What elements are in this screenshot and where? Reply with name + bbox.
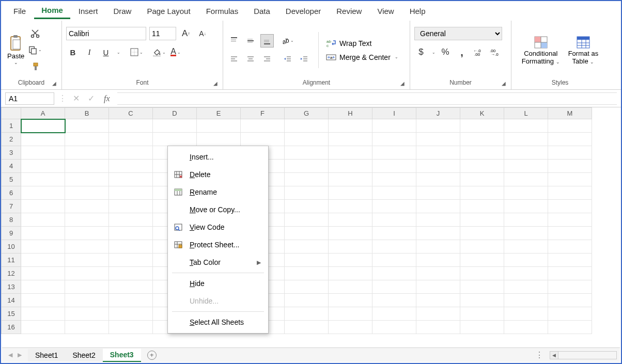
cell[interactable] [548, 240, 592, 254]
cell[interactable] [504, 307, 548, 321]
cell[interactable] [504, 294, 548, 307]
cell[interactable] [416, 227, 460, 240]
orientation-button[interactable]: ab ⌄ [281, 34, 294, 48]
cell[interactable] [460, 227, 504, 240]
alignment-launcher-icon[interactable]: ◢ [400, 81, 405, 86]
row-header[interactable]: 15 [2, 307, 21, 321]
cell[interactable] [372, 240, 416, 254]
cell[interactable] [65, 280, 109, 294]
menu-data[interactable]: Data [246, 4, 277, 19]
cell[interactable] [21, 213, 65, 227]
cell[interactable] [21, 254, 65, 267]
cell[interactable] [329, 307, 372, 321]
decrease-decimal-button[interactable]: .00→.0 [488, 45, 502, 59]
align-left-button[interactable] [227, 53, 241, 66]
cell[interactable] [460, 267, 504, 280]
row-header[interactable]: 4 [2, 160, 21, 173]
decrease-indent-button[interactable] [281, 53, 294, 66]
cell[interactable] [285, 307, 329, 321]
cell[interactable] [21, 321, 65, 334]
cell[interactable] [285, 280, 329, 294]
tab-options-button[interactable]: ⋮ [535, 350, 545, 360]
cell[interactable] [65, 133, 109, 146]
cell[interactable] [416, 119, 460, 133]
row-header[interactable]: 8 [2, 213, 21, 227]
cell[interactable] [285, 240, 329, 254]
cell[interactable] [109, 321, 153, 334]
bold-button[interactable]: B [66, 45, 80, 59]
cell[interactable] [65, 321, 109, 334]
cell[interactable] [460, 280, 504, 294]
scroll-left-button[interactable]: ◀ [550, 352, 558, 359]
cell[interactable] [416, 280, 460, 294]
cell[interactable] [460, 119, 504, 133]
cell[interactable] [372, 160, 416, 173]
cell[interactable] [416, 173, 460, 186]
cell[interactable] [65, 146, 109, 160]
cell[interactable] [460, 200, 504, 213]
copy-button[interactable]: ⌄ [28, 43, 42, 57]
cell[interactable] [285, 133, 329, 146]
cell[interactable] [241, 119, 285, 133]
cell[interactable] [372, 254, 416, 267]
caret-icon[interactable]: ⌄ [432, 50, 436, 55]
cell[interactable] [21, 280, 65, 294]
cell[interactable] [416, 186, 460, 200]
ctx-insert[interactable]: Insert... [168, 148, 268, 166]
cell[interactable] [329, 280, 372, 294]
ctx-view-code[interactable]: View Code [168, 218, 268, 236]
cell[interactable] [285, 119, 329, 133]
cell[interactable] [329, 254, 372, 267]
cell[interactable] [372, 186, 416, 200]
cell[interactable] [65, 267, 109, 280]
cell[interactable] [372, 227, 416, 240]
font-launcher-icon[interactable]: ◢ [213, 81, 217, 86]
cell[interactable] [109, 173, 153, 186]
number-launcher-icon[interactable]: ◢ [502, 81, 506, 86]
increase-font-button[interactable]: A↑ [179, 27, 193, 40]
cell[interactable] [416, 254, 460, 267]
row-header[interactable]: 14 [2, 294, 21, 307]
cell[interactable] [460, 307, 504, 321]
cell[interactable] [504, 160, 548, 173]
cell[interactable] [329, 267, 372, 280]
row-header[interactable]: 12 [2, 267, 21, 280]
cell[interactable] [548, 321, 592, 334]
cell[interactable] [504, 119, 548, 133]
cell[interactable] [109, 213, 153, 227]
cell[interactable] [548, 280, 592, 294]
menu-file[interactable]: File [6, 4, 33, 19]
select-all-corner[interactable] [2, 108, 21, 119]
col-header[interactable]: K [460, 108, 504, 119]
menu-home[interactable]: Home [34, 3, 70, 19]
cell[interactable] [21, 200, 65, 213]
row-header[interactable]: 2 [2, 133, 21, 146]
col-header[interactable]: G [285, 108, 329, 119]
cell[interactable] [109, 133, 153, 146]
cell[interactable] [460, 186, 504, 200]
new-sheet-button[interactable]: + [141, 350, 163, 360]
cell[interactable] [416, 160, 460, 173]
menu-insert[interactable]: Insert [71, 4, 105, 19]
cell[interactable] [329, 160, 372, 173]
sheet-tab-sheet3[interactable]: Sheet3 [103, 349, 141, 362]
format-painter-button[interactable] [28, 60, 42, 73]
italic-button[interactable]: I [83, 45, 96, 59]
cell[interactable] [548, 133, 592, 146]
ctx-hide[interactable]: Hide [168, 275, 268, 292]
underline-button[interactable]: U [99, 45, 113, 59]
ctx-move-copy[interactable]: Move or Copy... [168, 201, 268, 218]
caret-icon[interactable]: ⌄ [117, 50, 120, 55]
cell[interactable] [21, 186, 65, 200]
cell[interactable] [416, 294, 460, 307]
cell[interactable] [65, 227, 109, 240]
ctx-select-all-sheets[interactable]: Select All Sheets [168, 313, 268, 331]
cut-button[interactable] [28, 27, 42, 40]
cell[interactable] [285, 200, 329, 213]
cell[interactable] [109, 254, 153, 267]
comma-button[interactable]: , [455, 45, 469, 59]
borders-button[interactable]: ⌄ [130, 45, 143, 59]
cell[interactable] [548, 267, 592, 280]
font-name-select[interactable] [66, 27, 146, 40]
cell[interactable] [329, 294, 372, 307]
